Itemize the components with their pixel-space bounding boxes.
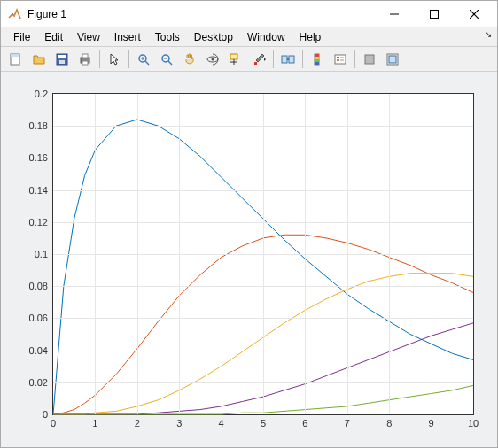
menu-view[interactable]: View <box>70 29 107 45</box>
window-title: Figure 1 <box>27 8 374 20</box>
dock-arrow-icon[interactable]: ↘ <box>485 29 492 39</box>
rotate3d-icon[interactable] <box>202 49 223 70</box>
plot-area: 01234567891000.020.040.060.080.10.120.14… <box>1 72 497 447</box>
figure-window: Figure 1 File Edit View Insert Tools Des… <box>0 0 498 448</box>
svg-rect-42 <box>389 56 396 63</box>
gridline-h <box>53 286 473 287</box>
x-tick-label: 7 <box>345 418 350 429</box>
svg-rect-25 <box>254 62 257 65</box>
svg-marker-26 <box>264 58 266 61</box>
gridline-h <box>53 254 473 255</box>
svg-rect-2 <box>430 10 438 18</box>
svg-rect-9 <box>59 60 65 64</box>
x-tick-label: 6 <box>302 418 307 429</box>
toolbar-separator <box>128 50 129 68</box>
x-tick-label: 2 <box>135 418 140 429</box>
svg-rect-8 <box>58 55 66 58</box>
link-plot-icon[interactable] <box>277 49 299 70</box>
new-figure-icon[interactable] <box>5 49 27 70</box>
y-tick-label: 0.12 <box>29 217 48 228</box>
show-plot-tools-icon[interactable] <box>382 49 403 70</box>
zoom-out-icon[interactable] <box>156 49 177 70</box>
x-tick-label: 8 <box>386 418 392 429</box>
open-file-icon[interactable] <box>28 49 50 70</box>
svg-rect-33 <box>315 59 319 62</box>
insert-colorbar-icon[interactable] <box>307 49 328 70</box>
insert-legend-icon[interactable] <box>330 49 351 70</box>
y-tick-label: 0 <box>43 409 48 420</box>
x-tick-label: 5 <box>261 418 266 429</box>
svg-point-0 <box>12 13 13 15</box>
toolbar-separator <box>302 50 303 68</box>
minimize-button[interactable] <box>374 2 414 27</box>
close-button[interactable] <box>454 2 494 27</box>
toolbar-separator <box>354 50 355 68</box>
svg-rect-32 <box>315 57 319 59</box>
y-tick-label: 0.2 <box>35 89 48 99</box>
pointer-icon[interactable] <box>104 49 125 70</box>
svg-rect-11 <box>82 54 88 58</box>
window-controls <box>374 2 494 27</box>
svg-rect-28 <box>289 56 294 63</box>
x-tick-label: 4 <box>219 418 224 429</box>
menu-bar: File Edit View Insert Tools Desktop Wind… <box>1 27 497 47</box>
y-tick-label: 0.14 <box>29 185 48 196</box>
y-tick-label: 0.02 <box>29 377 48 388</box>
svg-rect-40 <box>365 55 374 64</box>
menu-tools[interactable]: Tools <box>148 29 187 45</box>
menu-edit[interactable]: Edit <box>37 29 70 45</box>
matlab-figure-icon <box>8 7 22 21</box>
gridline-h <box>53 318 473 319</box>
gridline-h <box>53 222 473 223</box>
data-cursor-icon[interactable] <box>225 49 246 70</box>
svg-rect-22 <box>230 54 237 59</box>
gridline-h <box>53 158 473 158</box>
svg-line-18 <box>168 61 172 65</box>
menu-window[interactable]: Window <box>240 29 292 45</box>
menu-file[interactable]: File <box>6 29 37 45</box>
toolbar <box>1 47 497 72</box>
maximize-button[interactable] <box>414 2 454 27</box>
svg-rect-34 <box>315 62 319 65</box>
y-tick-label: 0.04 <box>29 345 48 356</box>
svg-rect-35 <box>335 55 346 64</box>
pan-icon[interactable] <box>179 49 200 70</box>
x-tick-label: 9 <box>429 418 434 429</box>
title-bar: Figure 1 <box>1 1 497 27</box>
print-icon[interactable] <box>74 49 96 70</box>
gridline-h <box>53 351 473 351</box>
y-tick-label: 0.08 <box>29 281 48 291</box>
svg-point-21 <box>212 58 214 60</box>
menu-insert[interactable]: Insert <box>107 29 148 45</box>
y-tick-label: 0.06 <box>29 313 48 323</box>
toolbar-separator <box>273 50 274 68</box>
axes[interactable]: 01234567891000.020.040.060.080.10.120.14… <box>52 93 474 415</box>
y-tick-label: 0.18 <box>29 120 48 131</box>
svg-rect-12 <box>82 61 88 65</box>
menu-help[interactable]: Help <box>292 29 329 45</box>
x-tick-label: 3 <box>176 418 182 429</box>
toolbar-separator <box>99 50 100 68</box>
zoom-in-icon[interactable] <box>133 49 154 70</box>
gridline-h <box>53 126 473 127</box>
y-tick-label: 0.1 <box>35 249 48 259</box>
save-icon[interactable] <box>51 49 73 70</box>
brush-icon[interactable] <box>248 49 269 70</box>
svg-line-14 <box>145 61 149 65</box>
hide-plot-tools-icon[interactable] <box>359 49 380 70</box>
svg-rect-27 <box>282 56 287 63</box>
x-tick-label: 0 <box>51 418 56 429</box>
gridline-h <box>53 382 473 383</box>
svg-rect-31 <box>315 54 319 57</box>
y-tick-label: 0.16 <box>29 152 48 163</box>
x-tick-label: 1 <box>92 418 97 429</box>
x-tick-label: 10 <box>468 418 479 429</box>
svg-rect-6 <box>11 54 19 57</box>
gridline-h <box>53 190 473 191</box>
menu-desktop[interactable]: Desktop <box>187 29 240 45</box>
